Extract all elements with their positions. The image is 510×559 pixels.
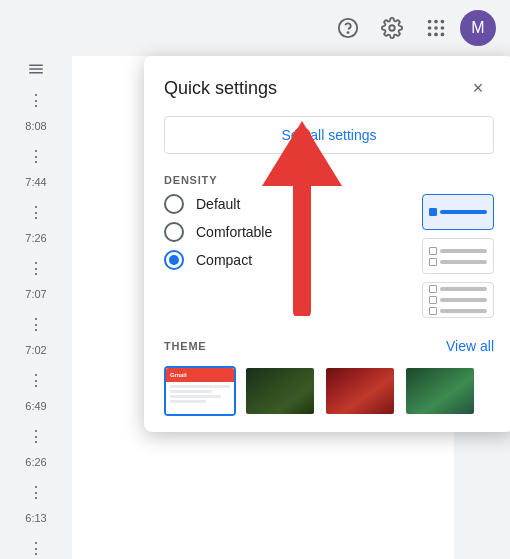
sidebar-item: ⋮ 7:07 — [0, 246, 72, 302]
quick-settings-header: Quick settings × — [144, 56, 510, 116]
preview-row — [429, 258, 487, 266]
more-icon[interactable]: ⋮ — [16, 528, 56, 559]
svg-point-7 — [434, 26, 438, 30]
help-icon[interactable] — [328, 8, 368, 48]
preview-line — [440, 298, 487, 302]
preview-row — [429, 296, 487, 304]
theme-section-label: THEME — [164, 340, 207, 352]
density-previews — [422, 194, 494, 318]
svg-point-9 — [428, 33, 432, 37]
email-time: 7:26 — [25, 232, 46, 244]
density-option-default[interactable]: Default — [164, 194, 410, 214]
email-time: 7:44 — [25, 176, 46, 188]
theme-header: THEME View all — [144, 334, 510, 366]
density-compact-label: Compact — [196, 252, 252, 268]
more-icon[interactable]: ⋮ — [16, 304, 56, 344]
density-preview-default — [422, 194, 494, 230]
more-icon[interactable]: ⋮ — [16, 80, 56, 120]
sidebar-collapse-button[interactable] — [16, 60, 56, 78]
sidebar-item: ⋮ 6:49 — [0, 358, 72, 414]
preview-line — [440, 249, 487, 253]
svg-point-5 — [441, 20, 445, 24]
more-icon[interactable]: ⋮ — [16, 416, 56, 456]
density-comfortable-label: Comfortable — [196, 224, 272, 240]
settings-icon[interactable] — [372, 8, 412, 48]
see-all-settings-button[interactable]: See all settings — [164, 116, 494, 154]
email-time: 7:02 — [25, 344, 46, 356]
svg-point-11 — [441, 33, 445, 37]
avatar[interactable]: M — [460, 10, 496, 46]
svg-point-10 — [434, 33, 438, 37]
top-bar: M — [0, 0, 510, 56]
sidebar-item: ⋮ 5:58 — [0, 526, 72, 559]
theme-green[interactable] — [404, 366, 476, 416]
preview-row — [429, 208, 487, 216]
email-time: 6:26 — [25, 456, 46, 468]
apps-icon[interactable] — [416, 8, 456, 48]
svg-point-8 — [441, 26, 445, 30]
preview-checkbox — [429, 285, 437, 293]
preview-row — [429, 247, 487, 255]
quick-settings-title: Quick settings — [164, 78, 277, 99]
sidebar-item: ⋮ 7:44 — [0, 134, 72, 190]
more-icon[interactable]: ⋮ — [16, 248, 56, 288]
sidebar-item: ⋮ 6:26 — [0, 414, 72, 470]
radio-comfortable[interactable] — [164, 222, 184, 242]
more-icon[interactable]: ⋮ — [16, 472, 56, 512]
sidebar-item: ⋮ 7:02 — [0, 302, 72, 358]
preview-row — [429, 307, 487, 315]
preview-line — [440, 287, 487, 291]
theme-thumbnails: Gmail — [144, 366, 510, 432]
preview-checkbox — [429, 208, 437, 216]
email-time: 8:08 — [25, 120, 46, 132]
quick-settings-panel: Quick settings × See all settings DENSIT… — [144, 56, 510, 432]
density-options: Default Comfortable Compact — [144, 194, 510, 334]
preview-line — [440, 309, 487, 313]
preview-line — [440, 210, 487, 214]
sidebar-item: ⋮ 6:13 — [0, 470, 72, 526]
main-layout: ⋮ 8:08 ⋮ 7:44 ⋮ 7:26 ⋮ 7:07 ⋮ 7:02 ⋮ 6:4… — [0, 56, 510, 559]
email-list-area: Quick settings × See all settings DENSIT… — [72, 56, 454, 559]
email-time: 7:07 — [25, 288, 46, 300]
sidebar-item: ⋮ 7:26 — [0, 190, 72, 246]
preview-row — [429, 285, 487, 293]
view-all-themes-link[interactable]: View all — [446, 338, 494, 354]
density-section-label: DENSITY — [144, 170, 510, 194]
radio-default[interactable] — [164, 194, 184, 214]
density-preview-comfortable — [422, 238, 494, 274]
radio-compact-fill — [169, 255, 179, 265]
more-icon[interactable]: ⋮ — [16, 360, 56, 400]
preview-checkbox — [429, 296, 437, 304]
more-icon[interactable]: ⋮ — [16, 136, 56, 176]
density-option-compact[interactable]: Compact — [164, 250, 410, 270]
svg-point-4 — [434, 20, 438, 24]
quick-settings-close-button[interactable]: × — [462, 72, 494, 104]
density-preview-compact — [422, 282, 494, 318]
radio-compact[interactable] — [164, 250, 184, 270]
email-time: 6:49 — [25, 400, 46, 412]
density-list: Default Comfortable Compact — [164, 194, 410, 318]
sidebar-item: ⋮ 8:08 — [0, 78, 72, 134]
svg-point-3 — [428, 20, 432, 24]
preview-checkbox — [429, 258, 437, 266]
density-default-label: Default — [196, 196, 240, 212]
theme-gmail[interactable]: Gmail — [164, 366, 236, 416]
email-time: 6:13 — [25, 512, 46, 524]
preview-line — [440, 260, 487, 264]
svg-point-6 — [428, 26, 432, 30]
theme-red[interactable] — [324, 366, 396, 416]
density-option-comfortable[interactable]: Comfortable — [164, 222, 410, 242]
preview-checkbox — [429, 307, 437, 315]
svg-point-2 — [389, 25, 395, 31]
more-icon[interactable]: ⋮ — [16, 192, 56, 232]
left-sidebar: ⋮ 8:08 ⋮ 7:44 ⋮ 7:26 ⋮ 7:07 ⋮ 7:02 ⋮ 6:4… — [0, 56, 72, 559]
preview-checkbox — [429, 247, 437, 255]
theme-nature-dark[interactable] — [244, 366, 316, 416]
